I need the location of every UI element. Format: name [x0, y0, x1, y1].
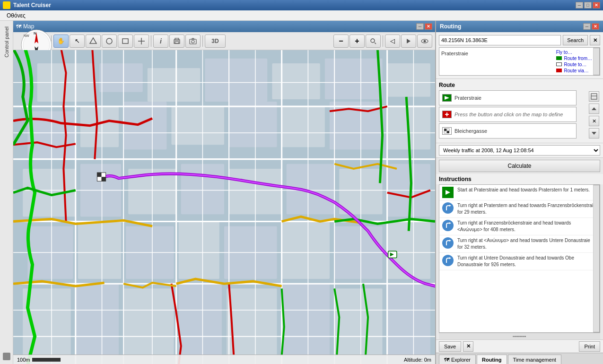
svg-rect-25 — [99, 63, 142, 92]
search-results: Praterstraie Fly to… Route from… Route t… — [439, 47, 600, 76]
svg-rect-58 — [179, 284, 222, 355]
minimize-button[interactable]: ─ — [576, 2, 583, 9]
svg-rect-52 — [282, 221, 330, 279]
route-via-item: Press the button and click on the map to… — [439, 107, 577, 122]
svg-rect-29 — [325, 59, 383, 99]
map-titlebar-controls: ─ ✕ — [416, 23, 432, 30]
pan-left-button[interactable]: ◁ — [385, 35, 400, 48]
route-label: Route — [439, 82, 589, 88]
svg-rect-56 — [76, 284, 119, 355]
svg-marker-105 — [592, 132, 596, 135]
svg-rect-50 — [179, 221, 219, 279]
instructions-list: Start at Praterstraie and head towards P… — [439, 184, 600, 333]
select-tool-button[interactable]: ↖ — [70, 35, 85, 48]
route-layout-button[interactable] — [589, 91, 599, 102]
instruction-item-2: Turn right at Franzensbröckenstraie and … — [439, 218, 600, 235]
maximize-button[interactable]: □ — [584, 2, 592, 9]
route-start-item: Praterstraie — [439, 90, 577, 105]
route-via-text: Press the button and click on the map to… — [454, 112, 563, 117]
svg-marker-6 — [90, 38, 96, 43]
pan-tool-button[interactable]: ✋ — [53, 35, 69, 48]
svg-rect-98 — [444, 129, 446, 131]
pan-right-button[interactable] — [401, 35, 416, 48]
fly-to-action[interactable]: Fly to… — [556, 50, 592, 55]
search-actions: Fly to… Route from… Route to… Route via… — [556, 50, 592, 73]
route-end-text: Bleichergasse — [454, 128, 487, 134]
svg-point-7 — [106, 38, 112, 44]
instruction-text-2: Turn right at Franzensbröckenstraie and … — [457, 220, 597, 233]
close-button[interactable]: ✕ — [593, 2, 600, 9]
instruction-turn-icon-2 — [442, 220, 454, 231]
search-results-scrollbar[interactable] — [593, 48, 600, 75]
control-panel-label[interactable]: Control panel — [4, 26, 9, 57]
menu-item-screens[interactable]: Οθόνες — [3, 11, 29, 20]
eye-button[interactable] — [417, 35, 432, 48]
svg-marker-106 — [446, 190, 450, 195]
tab-time-management[interactable]: Time management — [508, 355, 561, 364]
rectangle-tool-button[interactable] — [118, 35, 133, 48]
explorer-icon: 🗺 — [444, 357, 449, 363]
instructions-hscroll[interactable]: ▪▪▪▪▪▪▪▪▪▪ — [439, 333, 600, 339]
instructions-scrollbar[interactable] — [593, 185, 600, 332]
calculate-button[interactable]: Calculate — [439, 160, 600, 172]
print-tool-button[interactable] — [169, 35, 184, 48]
routing-title: Routing — [440, 23, 461, 30]
tab-explorer[interactable]: 🗺 Explorer — [439, 355, 476, 364]
search-button[interactable]: Search — [563, 35, 588, 45]
instruction-turn-icon-1 — [442, 202, 454, 214]
print-button[interactable]: Print — [579, 341, 600, 352]
route-from-action[interactable]: Route from… — [556, 56, 592, 61]
search-input[interactable] — [439, 35, 561, 45]
3d-tool-button[interactable]: 3D — [205, 35, 226, 48]
search-area: Search ✕ Praterstraie Fly to… Route from… — [436, 32, 603, 79]
svg-rect-62 — [387, 284, 430, 355]
instruction-text-4: Turn right at Untere Donaustraie and hea… — [457, 255, 597, 268]
measure-tool-button[interactable] — [134, 35, 149, 48]
zoom-button[interactable] — [366, 35, 381, 48]
search-clear-button[interactable]: ✕ — [590, 35, 600, 45]
svg-rect-60 — [282, 284, 330, 355]
camera-tool-button[interactable] — [185, 35, 201, 48]
svg-rect-8 — [122, 39, 128, 43]
route-down-button[interactable] — [589, 128, 599, 139]
svg-rect-102 — [591, 94, 597, 99]
svg-marker-19 — [407, 39, 411, 43]
tab-routing[interactable]: Routing — [477, 355, 507, 364]
route-end-icon — [442, 127, 452, 135]
panel-pin-icon[interactable] — [3, 353, 10, 360]
svg-marker-110 — [449, 257, 451, 259]
svg-rect-101 — [447, 131, 449, 133]
svg-point-21 — [424, 40, 426, 42]
route-items-container: Praterstraie Press the button and click … — [439, 90, 589, 139]
traffic-dropdown[interactable]: Weekly traffic at 2008, 12 Aug 12:08:54 — [439, 145, 600, 156]
route-start-icon — [442, 94, 452, 102]
instruction-start-icon — [442, 187, 454, 198]
save-button[interactable]: Save — [439, 341, 461, 352]
route-side-controls: ✕ — [589, 82, 600, 139]
route-cross-button[interactable]: ✕ — [589, 116, 599, 126]
routing-close-button[interactable]: ✕ — [592, 23, 599, 30]
map-minimize-button[interactable]: ─ — [416, 23, 424, 30]
polygon-tool-button[interactable] — [86, 35, 101, 48]
route-to-icon — [556, 62, 562, 66]
routing-minimize-button[interactable]: ─ — [583, 23, 591, 30]
info-tool-button[interactable]: i — [153, 35, 168, 48]
route-up-button[interactable] — [589, 104, 599, 114]
map-altitude-label: Altitude: 0m — [404, 357, 431, 363]
svg-marker-109 — [449, 240, 451, 242]
svg-rect-36 — [282, 106, 325, 147]
route-to-action[interactable]: Route to… — [556, 62, 592, 67]
route-via-action[interactable]: Route via… — [556, 68, 592, 73]
cancel-button[interactable]: ✕ — [463, 341, 473, 352]
instruction-text-1: Turn right at Praterstern and head towar… — [457, 202, 597, 216]
bottom-bar: Save ✕ Print — [436, 339, 603, 353]
map-canvas[interactable]: estimated1 100m Altitude: 0m — [13, 50, 435, 364]
map-close-button[interactable]: ✕ — [425, 23, 432, 30]
instruction-text-0: Start at Praterstraie and head towards P… — [457, 187, 590, 193]
zoom-in-button[interactable]: + — [350, 35, 365, 48]
zoom-out-button[interactable]: − — [333, 35, 349, 48]
instruction-text-3: Turn right at <Ανώνυμο> and head towards… — [457, 237, 597, 251]
circle-tool-button[interactable] — [102, 35, 117, 48]
map-container: 🗺 Map ─ ✕ NW N — [13, 21, 435, 364]
app-icon — [3, 1, 10, 9]
